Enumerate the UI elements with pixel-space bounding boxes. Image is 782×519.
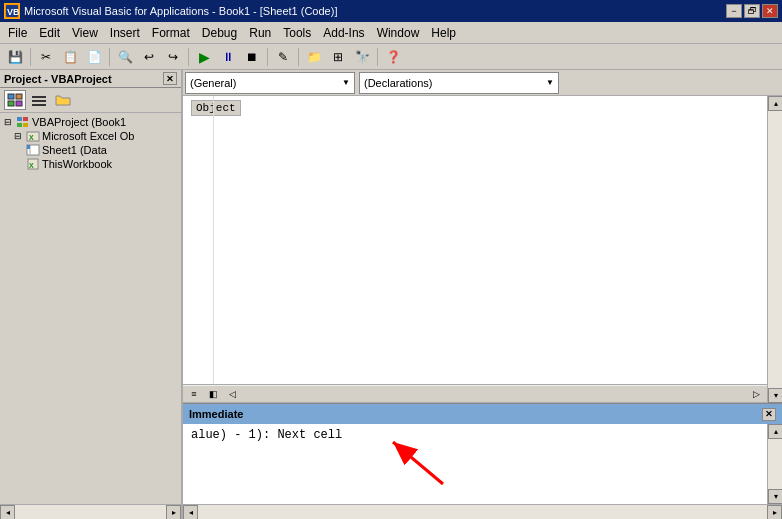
immediate-text-line: alue) - 1): Next cell: [191, 428, 342, 442]
immediate-scroll-down[interactable]: ▾: [768, 489, 782, 504]
toolbar-break-btn[interactable]: ⏸: [217, 47, 239, 67]
title-bar-controls: − 🗗 ✕: [726, 4, 778, 18]
menu-debug[interactable]: Debug: [196, 24, 243, 42]
object-button[interactable]: Object: [191, 100, 241, 116]
tree-label-vbaproject: VBAProject (Book1: [32, 116, 126, 128]
toolbar-save-btn[interactable]: 💾: [4, 47, 26, 67]
svg-text:X: X: [29, 162, 34, 169]
toolbar-redo-btn[interactable]: ↪: [162, 47, 184, 67]
svg-rect-7: [32, 100, 46, 102]
menu-help[interactable]: Help: [425, 24, 462, 42]
toolbar-run-btn[interactable]: ▶: [193, 47, 215, 67]
toolbar-paste-btn[interactable]: 📄: [83, 47, 105, 67]
left-panel-scrollbar: ◂ ▸: [0, 504, 181, 519]
tree-item-thisworkbook[interactable]: X ThisWorkbook: [2, 157, 179, 171]
code-section: Object ≡ ◧ ◁ ▷ ▴ ▾: [183, 96, 782, 403]
toolbar-undo-btn[interactable]: ↩: [138, 47, 160, 67]
tree-item-sheet1[interactable]: Sheet1 (Data: [2, 143, 179, 157]
left-scroll-track[interactable]: [15, 505, 166, 519]
panel-view-objects-btn[interactable]: [4, 90, 26, 110]
menu-window[interactable]: Window: [371, 24, 426, 42]
code-area-toolbar: ≡ ◧ ◁ ▷: [183, 385, 767, 403]
svg-rect-4: [8, 101, 14, 106]
panel-open-folder-btn[interactable]: [52, 90, 74, 110]
code-main: Object ≡ ◧ ◁ ▷: [183, 96, 767, 403]
code-toolbar-btn2[interactable]: ◧: [204, 387, 222, 401]
declarations-dropdown-arrow: ▼: [546, 78, 554, 87]
code-toolbar-btn4[interactable]: ▷: [747, 387, 765, 401]
close-button[interactable]: ✕: [762, 4, 778, 18]
bottom-scroll-left[interactable]: ◂: [183, 505, 198, 520]
left-panel: Project - VBAProject ✕: [0, 70, 183, 519]
tree-label-thisworkbook: ThisWorkbook: [42, 158, 112, 170]
code-scroll-down[interactable]: ▾: [768, 388, 782, 403]
immediate-close-btn[interactable]: ✕: [762, 408, 776, 421]
menu-run[interactable]: Run: [243, 24, 277, 42]
toolbar-sep-2: [109, 48, 110, 66]
svg-rect-8: [32, 104, 46, 106]
code-toolbar-btn1[interactable]: ≡: [185, 387, 203, 401]
red-arrow-container: [383, 434, 463, 498]
bottom-scroll-right[interactable]: ▸: [767, 505, 782, 520]
immediate-body: alue) - 1): Next cell: [183, 424, 782, 504]
code-header: (General) ▼ (Declarations) ▼: [183, 70, 782, 96]
left-scroll-left[interactable]: ◂: [0, 505, 15, 519]
code-scroll-track[interactable]: [768, 111, 782, 388]
immediate-header: Immediate ✕: [183, 404, 782, 424]
menu-insert[interactable]: Insert: [104, 24, 146, 42]
toolbar-props-btn[interactable]: ⊞: [327, 47, 349, 67]
restore-button[interactable]: 🗗: [744, 4, 760, 18]
immediate-content[interactable]: alue) - 1): Next cell: [183, 424, 767, 504]
red-arrow-icon: [383, 434, 463, 494]
declarations-dropdown-label: (Declarations): [364, 77, 432, 89]
declarations-dropdown[interactable]: (Declarations) ▼: [359, 72, 559, 94]
toolbar-sep-4: [267, 48, 268, 66]
panel-view-folders-btn[interactable]: [28, 90, 50, 110]
svg-rect-17: [27, 145, 30, 149]
menu-tools[interactable]: Tools: [277, 24, 317, 42]
menu-addins[interactable]: Add-Ins: [317, 24, 370, 42]
immediate-scroll-track[interactable]: [768, 439, 782, 489]
bottom-scroll-track[interactable]: [198, 505, 767, 520]
immediate-scroll-up[interactable]: ▴: [768, 424, 782, 439]
panel-toolbar: [0, 88, 181, 113]
immediate-title: Immediate: [189, 408, 243, 420]
panel-title: Project - VBAProject: [4, 73, 112, 85]
general-dropdown[interactable]: (General) ▼: [185, 72, 355, 94]
toolbar-obrowser-btn[interactable]: 🔭: [351, 47, 373, 67]
svg-line-21: [393, 442, 443, 484]
toolbar-sep-3: [188, 48, 189, 66]
bottom-scroll-bar: ◂ ▸: [183, 505, 782, 520]
toolbar-copy-btn[interactable]: 📋: [59, 47, 81, 67]
toolbar-project-btn[interactable]: 📁: [303, 47, 325, 67]
app-icon: VB: [4, 3, 20, 19]
toolbar-reset-btn[interactable]: ⏹: [241, 47, 263, 67]
toolbar-design-btn[interactable]: ✎: [272, 47, 294, 67]
code-toolbar-btn3[interactable]: ◁: [223, 387, 241, 401]
project-tree: ⊟ VBAProject (Book1 ⊟ X Microsoft Excel …: [0, 113, 181, 504]
general-dropdown-label: (General): [190, 77, 236, 89]
tree-item-vbaproject[interactable]: ⊟ VBAProject (Book1: [2, 115, 179, 129]
svg-rect-9: [17, 117, 22, 121]
svg-rect-10: [23, 117, 28, 121]
menu-format[interactable]: Format: [146, 24, 196, 42]
toolbar-cut-btn[interactable]: ✂: [35, 47, 57, 67]
left-scroll-right[interactable]: ▸: [166, 505, 181, 519]
immediate-panel: Immediate ✕ alue) - 1): Next cell: [183, 403, 782, 504]
svg-rect-3: [16, 94, 22, 99]
tree-item-excel-objects[interactable]: ⊟ X Microsoft Excel Ob: [2, 129, 179, 143]
code-editor[interactable]: Object: [183, 96, 767, 385]
bottom-scrollbar-row: ◂ ▸: [183, 504, 782, 519]
minimize-button[interactable]: −: [726, 4, 742, 18]
menu-file[interactable]: File: [2, 24, 33, 42]
code-scroll-up[interactable]: ▴: [768, 96, 782, 111]
title-bar: VB Microsoft Visual Basic for Applicatio…: [0, 0, 782, 22]
toolbar-find-btn[interactable]: 🔍: [114, 47, 136, 67]
toolbar-help-btn[interactable]: ❓: [382, 47, 404, 67]
panel-header: Project - VBAProject ✕: [0, 70, 181, 88]
menu-bar: File Edit View Insert Format Debug Run T…: [0, 22, 782, 44]
menu-edit[interactable]: Edit: [33, 24, 66, 42]
panel-close-btn[interactable]: ✕: [163, 72, 177, 85]
menu-view[interactable]: View: [66, 24, 104, 42]
right-panel-wrapper: (General) ▼ (Declarations) ▼ Object: [183, 70, 782, 519]
